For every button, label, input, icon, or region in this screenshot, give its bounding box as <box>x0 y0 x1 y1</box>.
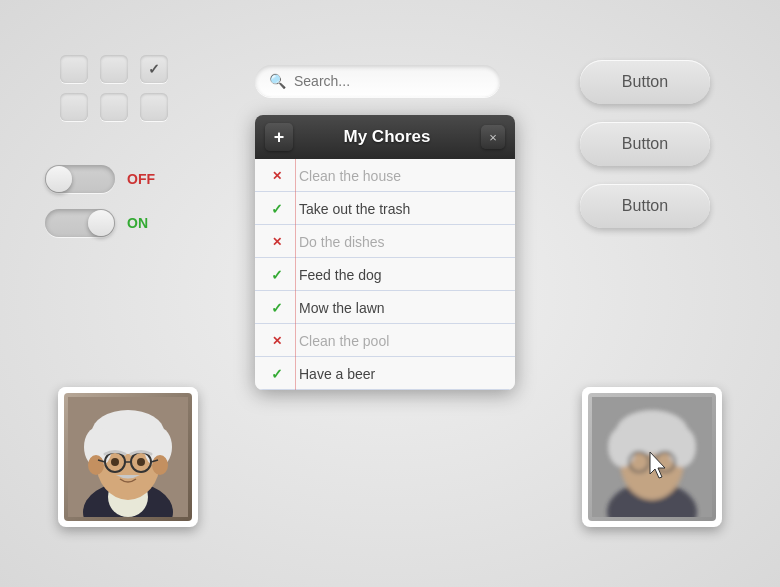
todo-list: + My Chores × ✕ Clean the house ✓ Take o… <box>255 115 515 390</box>
todo-item-7[interactable]: ✓ Have a beer <box>255 357 515 390</box>
todo-text-1: Clean the house <box>299 168 401 184</box>
buttons-column: Button Button Button <box>580 60 710 228</box>
avatar-left-inner <box>64 393 192 521</box>
todo-item-3[interactable]: ✕ Do the dishes <box>255 225 515 258</box>
todo-title: My Chores <box>344 127 431 147</box>
todo-text-3: Do the dishes <box>299 234 385 250</box>
todo-header: + My Chores × <box>255 115 515 159</box>
todo-text-2: Take out the trash <box>299 201 410 217</box>
todo-mark-4: ✓ <box>267 267 287 283</box>
radio-btn-1[interactable] <box>60 55 88 83</box>
todo-mark-5: ✓ <box>267 300 287 316</box>
todo-item-1[interactable]: ✕ Clean the house <box>255 159 515 192</box>
radio-btn-3[interactable] <box>140 55 168 83</box>
svg-point-21 <box>608 427 636 467</box>
toggle-off[interactable] <box>45 165 115 193</box>
button-1[interactable]: Button <box>580 60 710 104</box>
button-2[interactable]: Button <box>580 122 710 166</box>
avatar-right-frame[interactable] <box>582 387 722 527</box>
toggle-on[interactable] <box>45 209 115 237</box>
todo-mark-3: ✕ <box>267 235 287 249</box>
search-icon: 🔍 <box>269 73 286 89</box>
toggles-group: OFF ON <box>45 165 155 253</box>
todo-item-6[interactable]: ✕ Clean the pool <box>255 324 515 357</box>
todo-body[interactable]: ✕ Clean the house ✓ Take out the trash ✕… <box>255 159 515 390</box>
search-bar: 🔍 <box>255 65 500 97</box>
search-input[interactable] <box>294 73 486 89</box>
todo-mark-6: ✕ <box>267 334 287 348</box>
todo-mark-1: ✕ <box>267 169 287 183</box>
avatar-left-frame[interactable] <box>58 387 198 527</box>
svg-point-15 <box>111 458 119 466</box>
todo-add-button[interactable]: + <box>265 123 293 151</box>
avatar-left <box>58 387 198 527</box>
todo-text-6: Clean the pool <box>299 333 389 349</box>
einstein-svg <box>68 397 188 517</box>
todo-text-5: Mow the lawn <box>299 300 385 316</box>
search-input-wrap: 🔍 <box>255 65 500 97</box>
radio-group <box>60 55 168 121</box>
svg-point-8 <box>88 455 104 475</box>
svg-point-9 <box>152 455 168 475</box>
svg-point-22 <box>668 427 696 467</box>
todo-mark-2: ✓ <box>267 201 287 217</box>
todo-mark-7: ✓ <box>267 366 287 382</box>
todo-text-4: Feed the dog <box>299 267 382 283</box>
avatar-right[interactable] <box>582 387 722 527</box>
avatar-einstein-bg <box>64 393 192 521</box>
toggle-off-label: OFF <box>127 171 155 187</box>
radio-btn-6[interactable] <box>140 93 168 121</box>
todo-item-4[interactable]: ✓ Feed the dog <box>255 258 515 291</box>
avatar-right-inner <box>588 393 716 521</box>
button-3[interactable]: Button <box>580 184 710 228</box>
todo-close-button[interactable]: × <box>481 125 505 149</box>
main-container: OFF ON 🔍 + My Chores × ✕ Clean the house <box>0 0 780 587</box>
toggle-on-label: ON <box>127 215 148 231</box>
toggle-on-row: ON <box>45 209 155 237</box>
toggle-knob-off <box>46 166 72 192</box>
right-avatar-svg <box>592 397 712 517</box>
todo-text-7: Have a beer <box>299 366 375 382</box>
todo-item-2[interactable]: ✓ Take out the trash <box>255 192 515 225</box>
radio-btn-2[interactable] <box>100 55 128 83</box>
toggle-knob-on <box>88 210 114 236</box>
radio-btn-4[interactable] <box>60 93 88 121</box>
svg-point-16 <box>137 458 145 466</box>
avatar-right-content <box>588 393 716 521</box>
radio-btn-5[interactable] <box>100 93 128 121</box>
todo-item-5[interactable]: ✓ Mow the lawn <box>255 291 515 324</box>
toggle-off-row: OFF <box>45 165 155 193</box>
